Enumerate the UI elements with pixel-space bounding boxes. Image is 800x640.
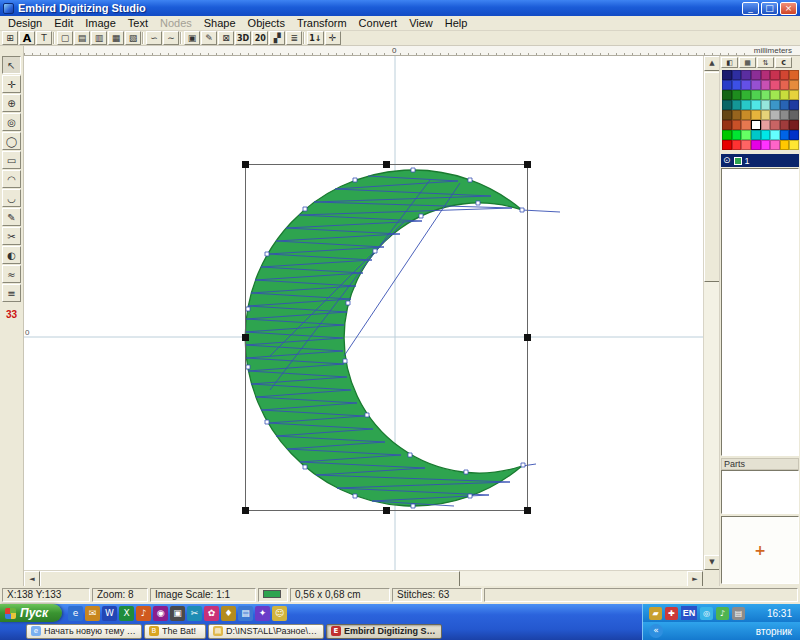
tool-zoom[interactable]: ◎ <box>2 113 21 131</box>
toolbar-design-grid-button[interactable]: ⊞ <box>2 31 18 45</box>
palette-color[interactable] <box>789 120 799 130</box>
palette-color[interactable] <box>732 90 742 100</box>
menu-design[interactable]: Design <box>2 16 48 30</box>
toolbar-3d-button[interactable]: 3D <box>235 31 251 45</box>
tool-lines[interactable]: ≡ <box>2 284 21 302</box>
close-button[interactable]: × <box>780 2 797 15</box>
toolbar-transform-button[interactable]: ▣ <box>184 31 200 45</box>
start-button[interactable]: Пуск <box>0 604 62 622</box>
menu-nodes[interactable]: Nodes <box>154 16 198 30</box>
palette-color[interactable] <box>732 140 742 150</box>
palette-color[interactable] <box>751 80 761 90</box>
quicklaunch-app6[interactable]: ▤ <box>238 606 253 621</box>
language-indicator[interactable]: EN <box>681 606 697 620</box>
tray-icon-1[interactable]: ▰ <box>649 607 662 620</box>
palette-color[interactable] <box>761 80 771 90</box>
palette-color[interactable] <box>789 140 799 150</box>
palette-color[interactable] <box>770 140 780 150</box>
palette-color[interactable] <box>789 110 799 120</box>
horizontal-scroll-thumb[interactable] <box>40 571 460 587</box>
toolbar-save-button[interactable]: ▦ <box>108 31 124 45</box>
palette-color[interactable] <box>780 70 790 80</box>
quicklaunch-app2[interactable]: ▣ <box>170 606 185 621</box>
scroll-right-button[interactable]: ► <box>687 571 703 587</box>
toolbar-text-button[interactable]: T <box>36 31 52 45</box>
tray-icon-5[interactable]: ▤ <box>732 607 745 620</box>
palette-color[interactable] <box>722 110 732 120</box>
palette-color[interactable] <box>751 110 761 120</box>
toolbar-fill-pattern-button[interactable]: ▞ <box>269 31 285 45</box>
palette-color[interactable] <box>741 130 751 140</box>
palette-color[interactable] <box>770 80 780 90</box>
toolbar-order-button[interactable]: 1↓ <box>307 31 323 45</box>
palette-color[interactable] <box>751 140 761 150</box>
tool-wave[interactable]: ≈ <box>2 265 21 283</box>
taskbar-button-folder[interactable]: ▤D:\INSTALL\Разное\Embird <box>208 624 324 639</box>
taskbar-button-embird[interactable]: EEmbird Digitizing Stud... <box>326 624 442 639</box>
tool-node-edit[interactable]: ✛ <box>2 75 21 93</box>
parts-list[interactable] <box>721 470 799 514</box>
palette-color[interactable] <box>761 90 771 100</box>
vertical-scrollbar[interactable]: ▲ ▼ <box>703 56 719 570</box>
quicklaunch-mail[interactable]: ✉ <box>85 606 100 621</box>
menu-help[interactable]: Help <box>439 16 474 30</box>
palette-color[interactable] <box>722 140 732 150</box>
palette-color[interactable] <box>780 140 790 150</box>
palette-color[interactable] <box>741 70 751 80</box>
palette-color[interactable] <box>780 130 790 140</box>
palette-color[interactable] <box>789 70 799 80</box>
palette-color[interactable] <box>770 90 780 100</box>
palette-color[interactable] <box>780 110 790 120</box>
quicklaunch-app1[interactable]: ◉ <box>153 606 168 621</box>
palette-color[interactable] <box>789 90 799 100</box>
palette-color[interactable] <box>722 100 732 110</box>
palette-color[interactable] <box>722 120 732 130</box>
tray-icon-2[interactable]: ✚ <box>665 607 678 620</box>
palette-color[interactable] <box>741 100 751 110</box>
menu-objects[interactable]: Objects <box>242 16 291 30</box>
scroll-down-button[interactable]: ▼ <box>704 555 720 570</box>
palette-color[interactable] <box>780 120 790 130</box>
menu-convert[interactable]: Convert <box>353 16 404 30</box>
palette-color[interactable] <box>741 140 751 150</box>
toolbar-merge-button[interactable]: ▥ <box>91 31 107 45</box>
palette-color[interactable] <box>761 120 771 130</box>
palette-color[interactable] <box>751 120 761 130</box>
palette-color[interactable] <box>732 100 742 110</box>
palette-color[interactable] <box>722 90 732 100</box>
palette-color[interactable] <box>789 80 799 90</box>
toolbar-delete-button[interactable]: ⊠ <box>218 31 234 45</box>
quicklaunch-app4[interactable]: ✿ <box>204 606 219 621</box>
palette-color[interactable] <box>761 100 771 110</box>
palette-color[interactable] <box>732 120 742 130</box>
palette-color[interactable] <box>741 110 751 120</box>
palette-color[interactable] <box>780 80 790 90</box>
quicklaunch-media[interactable]: ♪ <box>136 606 151 621</box>
toolbar-lettering-button[interactable]: A <box>19 31 35 45</box>
palette-color[interactable] <box>789 130 799 140</box>
palette-color[interactable] <box>780 100 790 110</box>
toolbar-center-button[interactable]: ✛ <box>325 31 341 45</box>
toolbar-edit-button[interactable]: ✎ <box>201 31 217 45</box>
palette-color[interactable] <box>722 70 732 80</box>
palette-color[interactable] <box>741 80 751 90</box>
horizontal-scrollbar[interactable]: ◄ ► <box>24 570 703 586</box>
visibility-eye-icon[interactable]: ⊙ <box>723 156 731 165</box>
palette-color[interactable] <box>780 90 790 100</box>
design-canvas[interactable]: 0 <box>24 56 703 570</box>
layer-item[interactable]: ⊙ 1 <box>721 154 799 167</box>
toolbar-sequence-button[interactable]: ≣ <box>286 31 302 45</box>
menu-image[interactable]: Image <box>79 16 122 30</box>
palette-color[interactable] <box>761 110 771 120</box>
scroll-left-button[interactable]: ◄ <box>24 571 40 587</box>
menu-shape[interactable]: Shape <box>198 16 242 30</box>
quicklaunch-excel[interactable]: X <box>119 606 134 621</box>
to olbar-open-button[interactable]: ▤ <box>74 31 90 45</box>
menu-view[interactable]: View <box>403 16 439 30</box>
palette-color[interactable] <box>770 70 780 80</box>
palette-color[interactable] <box>741 90 751 100</box>
palette-spin-button[interactable]: ⇅ <box>757 57 774 68</box>
quicklaunch-word[interactable]: W <box>102 606 117 621</box>
tool-arc[interactable]: ◠ <box>2 170 21 188</box>
palette-color[interactable] <box>751 90 761 100</box>
